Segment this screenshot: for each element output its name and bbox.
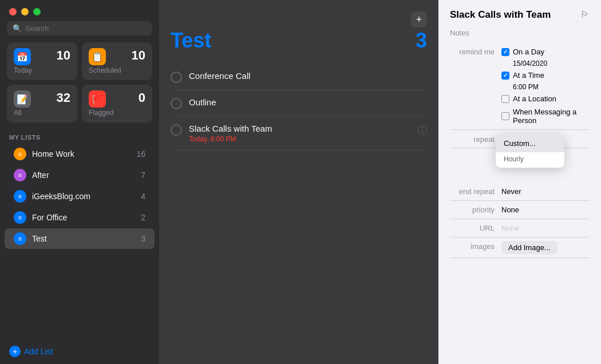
scheduled-count: 10 (132, 48, 145, 63)
list-item-after[interactable]: ≡ After 7 (5, 165, 155, 185)
add-list-plus-icon: + (9, 346, 21, 357)
on-a-day-date: 15/04/2020 (513, 60, 590, 68)
repeat-row: repeat Custom... Hourly (450, 130, 590, 148)
close-button[interactable] (9, 8, 17, 15)
url-value[interactable]: None (501, 223, 519, 232)
task-radio-outline[interactable] (171, 98, 182, 109)
sidebar: 🔍 📅 10 Today 📋 10 Scheduled 📝 32 All (0, 0, 159, 364)
scheduled-label: Scheduled (89, 66, 145, 74)
home-work-count: 16 (136, 149, 145, 159)
task-name-outline: Outline (189, 97, 216, 107)
on-a-day-row: On a Day (501, 46, 590, 57)
at-a-time-row: At a Time (501, 70, 590, 81)
today-label: Today (14, 66, 70, 74)
at-a-location-label: At a Location (513, 94, 556, 103)
repeat-option-hourly[interactable]: Hourly (496, 152, 564, 168)
maximize-button[interactable] (33, 8, 41, 15)
after-name: After (32, 171, 141, 180)
list-item-igeeks[interactable]: ≡ iGeeksBlog.com 4 (5, 186, 155, 207)
at-a-location-checkbox[interactable] (501, 95, 509, 103)
lists-container: ≡ Home Work 16 ≡ After 7 ≡ iGeeksBlog.co… (0, 143, 159, 339)
list-item-home-work[interactable]: ≡ Home Work 16 (5, 144, 155, 164)
test-name: Test (32, 234, 141, 243)
repeat-option-custom[interactable]: Custom... (496, 134, 564, 152)
test-icon: ≡ (14, 232, 26, 245)
igeeks-count: 4 (141, 192, 145, 201)
at-a-time-checkbox[interactable] (501, 72, 509, 80)
url-label: URL (450, 223, 501, 232)
detail-header: Slack Calls with Team 🏳 (438, 0, 601, 26)
for-office-icon: ≡ (14, 211, 26, 224)
add-task-icon: + (416, 14, 422, 26)
smart-card-flagged[interactable]: 🚩 0 Flagged (82, 85, 152, 122)
on-a-day-checkbox[interactable] (501, 48, 509, 56)
smart-lists: 📅 10 Today 📋 10 Scheduled 📝 32 All 🚩 0 (0, 42, 159, 129)
task-count-badge: 3 (416, 29, 427, 53)
list-item-for-office[interactable]: ≡ For Office 2 (5, 207, 155, 228)
add-list-label: Add List (24, 347, 53, 356)
at-a-time-value: 6:00 PM (513, 83, 590, 91)
task-due-slack-calls: Today, 6:00 PM (189, 135, 411, 143)
list-title: Test (171, 29, 211, 53)
task-info-icon-slack-calls[interactable]: ⓘ (418, 125, 427, 137)
add-list-button[interactable]: + Add List (0, 339, 159, 364)
images-label: images (450, 241, 501, 251)
search-icon: 🔍 (13, 24, 22, 33)
search-input[interactable] (25, 24, 147, 33)
igeeks-icon: ≡ (14, 190, 26, 203)
task-radio-slack-calls[interactable] (171, 124, 182, 136)
repeat-dropdown-popup: Custom... Hourly (496, 134, 564, 168)
igeeks-name: iGeeksBlog.com (32, 192, 141, 201)
detail-title: Slack Calls with Team (450, 9, 551, 21)
add-image-button[interactable]: Add Image... (501, 241, 557, 254)
flagged-label: Flagged (89, 109, 145, 117)
url-row: URL None (450, 219, 590, 238)
middle-header: Test 3 (159, 0, 438, 64)
search-bar: 🔍 (7, 21, 152, 35)
task-name-slack-calls: Slack Calls with Team (189, 124, 272, 133)
all-label: All (14, 109, 70, 117)
flag-button[interactable]: 🏳 (580, 10, 590, 20)
at-a-time-label: At a Time (513, 71, 544, 80)
at-a-location-row: At a Location (501, 93, 590, 104)
scheduled-icon: 📋 (89, 48, 106, 65)
priority-row: priority None (450, 201, 590, 219)
task-radio-conference-call[interactable] (171, 72, 182, 83)
list-item-test[interactable]: ≡ Test 3 (5, 228, 155, 249)
when-messaging-label: When Messaging a Person (513, 108, 590, 125)
detail-section: remind me On a Day 15/04/2020 At a Time … (438, 43, 601, 258)
right-panel: Slack Calls with Team 🏳 Notes remind me … (438, 0, 601, 364)
smart-card-all[interactable]: 📝 32 All (7, 85, 77, 122)
task-item-conference-call[interactable]: Conference Call (171, 64, 427, 90)
repeat-label: repeat (450, 134, 501, 144)
end-repeat-label: end repeat (450, 186, 501, 196)
flagged-count: 0 (139, 90, 145, 105)
all-icon: 📝 (14, 90, 31, 108)
end-repeat-row: end repeat Never (450, 183, 590, 201)
task-item-slack-calls[interactable]: Slack Calls with Team Today, 6:00 PM ⓘ (171, 117, 427, 151)
flagged-icon: 🚩 (89, 90, 106, 108)
smart-card-today[interactable]: 📅 10 Today (7, 42, 77, 80)
after-count: 7 (141, 171, 145, 180)
remind-me-label: remind me (450, 46, 501, 56)
for-office-count: 2 (141, 213, 145, 222)
images-row: images Add Image... (450, 238, 590, 258)
end-repeat-value: Never (501, 186, 521, 196)
all-count: 32 (57, 90, 70, 105)
minimize-button[interactable] (21, 8, 29, 15)
tasks-list: Conference Call Outline Slack Calls with… (159, 64, 438, 364)
add-task-button[interactable]: + (411, 11, 427, 27)
my-lists-header: My Lists (0, 129, 159, 143)
task-item-outline[interactable]: Outline (171, 90, 427, 117)
notes-label: Notes (438, 26, 601, 43)
after-icon: ≡ (14, 169, 26, 181)
home-work-name: Home Work (32, 149, 136, 159)
today-icon: 📅 (14, 48, 31, 65)
home-work-icon: ≡ (14, 148, 26, 160)
remind-me-row: remind me On a Day 15/04/2020 At a Time … (450, 43, 590, 130)
test-count: 3 (141, 234, 145, 243)
middle-panel: + Test 3 Conference Call Outline Slack C… (159, 0, 438, 364)
when-messaging-checkbox[interactable] (501, 112, 509, 120)
when-messaging-row: When Messaging a Person (501, 106, 590, 126)
smart-card-scheduled[interactable]: 📋 10 Scheduled (82, 42, 152, 80)
